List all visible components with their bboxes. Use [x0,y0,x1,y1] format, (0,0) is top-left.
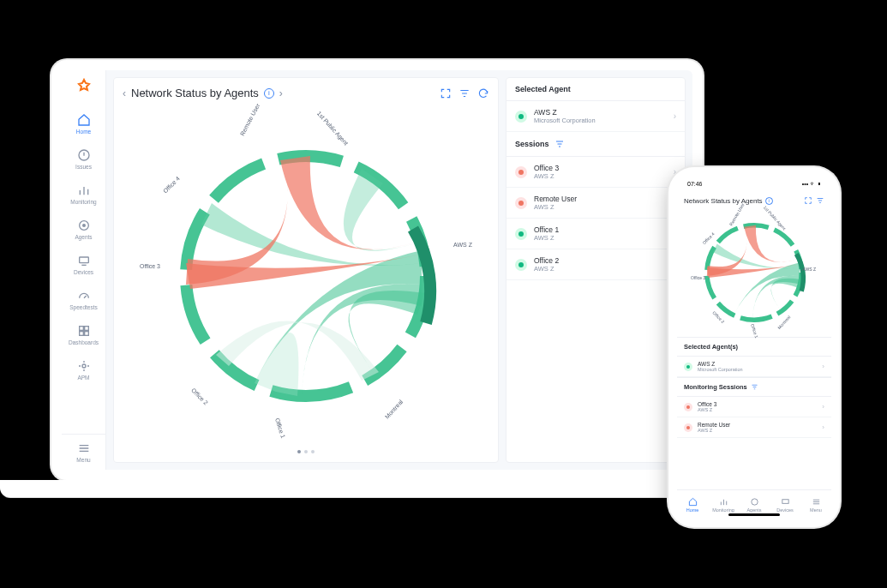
tab-label: Monitoring [712,507,734,513]
agent-sub: Microsoft Corporation [698,367,822,372]
session-name: Office 3 [534,164,674,172]
nav-label: Agents [62,234,105,240]
tab-menu[interactable]: Menu [800,490,831,519]
laptop-base [0,480,754,497]
agent-sub: Microsoft Corporation [534,117,674,124]
session-name: Remote User [698,422,822,428]
expand-icon[interactable] [440,87,452,99]
sessions-header: Sessions [506,132,685,157]
nav-label: Home [62,129,105,135]
next-chevron-icon[interactable]: › [279,87,283,99]
dot-icon[interactable] [304,450,308,453]
nav-speedtests[interactable]: Speedtests [62,282,105,317]
tab-label: Devices [776,507,794,513]
chart-header: ‹ Network Status by Agents i › [123,87,489,99]
page-title: Network Status by Agents [131,87,259,99]
node-label: AWS Z [453,242,472,248]
sessions-header-label: Sessions [515,140,549,148]
status-dot-icon [515,259,527,271]
nav-monitoring[interactable]: Monitoring [62,177,105,212]
svg-point-11 [751,498,757,504]
bars-icon [77,183,91,197]
home-indicator [728,513,780,516]
phone-agent-row[interactable]: AWS ZMicrosoft Corporation › [677,357,831,377]
chord-svg [165,135,447,417]
alert-icon [77,148,91,162]
app-logo-icon [74,77,94,98]
phone-title: Network Status by Agents [684,197,763,205]
svg-rect-7 [84,332,88,336]
dot-icon[interactable] [297,450,301,453]
svg-rect-6 [79,332,83,336]
status-dot-icon [684,423,692,432]
chevron-right-icon: › [822,363,824,370]
selected-agent-row[interactable]: AWS Z Microsoft Corporation › [506,101,685,132]
sessions-filter-icon[interactable] [554,139,565,149]
device-icon [781,497,790,507]
nav-label: Issues [62,164,105,170]
device-icon [77,254,91,267]
phone-time: 07:46 [687,181,703,187]
prev-chevron-icon[interactable]: ‹ [123,87,126,99]
phone-session-row[interactable]: Office 3AWS Z› [677,397,831,417]
status-dot-icon [515,166,527,178]
menu-icon [77,441,91,455]
nav-issues[interactable]: Issues [62,141,105,177]
tab-home[interactable]: Home [677,490,708,519]
session-sub: AWS Z [534,172,674,180]
svg-rect-4 [79,327,83,331]
laptop-device: Home Issues Monitoring Agents Devices Sp… [51,60,703,480]
refresh-icon[interactable] [477,87,489,99]
session-name: Office 2 [534,256,674,265]
nav-devices[interactable]: Devices [62,247,105,282]
session-row[interactable]: Office 1AWS Z› [506,219,685,249]
gauge-icon [77,289,91,303]
chart-panel: ‹ Network Status by Agents i › [113,77,499,463]
chevron-right-icon: › [674,111,676,121]
nav-home[interactable]: Home [62,106,105,141]
selected-agent-header: Selected Agent [506,78,685,101]
chevron-right-icon: › [822,423,824,431]
session-row[interactable]: Remote UserAWS Z› [506,188,685,219]
phone-session-row[interactable]: Remote UserAWS Z› [677,417,831,438]
chord-diagram[interactable]: Remote User 1st Public Agent AWS Z Montr… [123,105,489,447]
nav-agents[interactable]: Agents [62,212,105,247]
nav-menu[interactable]: Menu [62,434,105,470]
session-sub: AWS Z [534,234,674,242]
expand-icon[interactable] [804,196,812,205]
nav-label: APM [62,375,105,381]
agent-icon [750,497,759,507]
nav-label: Monitoring [62,199,105,205]
pagination-dots [123,450,489,453]
sessions-filter-icon[interactable] [751,383,758,391]
side-panel: Selected Agent AWS Z Microsoft Corporati… [506,77,686,463]
nav-label: Menu [62,457,105,463]
svg-point-8 [82,364,86,368]
filter-icon[interactable] [458,87,470,99]
node-label: Office 3 [140,263,160,269]
agent-name: AWS Z [534,108,674,117]
node-label: Office 1 [274,417,286,439]
home-icon [77,113,91,127]
phone-chord-diagram[interactable]: Remote User 1st Public Agent AWS Z Montr… [677,208,831,337]
session-sub: AWS Z [698,428,822,433]
session-row[interactable]: Office 3AWS Z› [506,157,685,188]
status-dot-icon [515,111,527,123]
nav-apm[interactable]: APM [62,352,105,387]
apm-icon [77,359,91,373]
filter-icon[interactable] [816,196,824,205]
info-icon[interactable]: i [765,197,773,205]
node-label: Office 3 [691,275,705,280]
session-name: Remote User [534,195,674,203]
menu-icon [812,497,821,507]
svg-rect-12 [782,499,788,503]
info-icon[interactable]: i [264,88,274,99]
sidebar: Home Issues Monitoring Agents Devices Sp… [62,70,106,470]
main-content: ‹ Network Status by Agents i › [106,70,692,470]
agent-icon [77,219,91,232]
status-dot-icon [684,363,692,371]
nav-dashboards[interactable]: Dashboards [62,317,105,352]
phone-statusbar: 07:46 ••• ᯤ ▮ [677,176,831,191]
session-row[interactable]: Office 2AWS Z› [506,249,685,280]
dot-icon[interactable] [311,450,315,453]
